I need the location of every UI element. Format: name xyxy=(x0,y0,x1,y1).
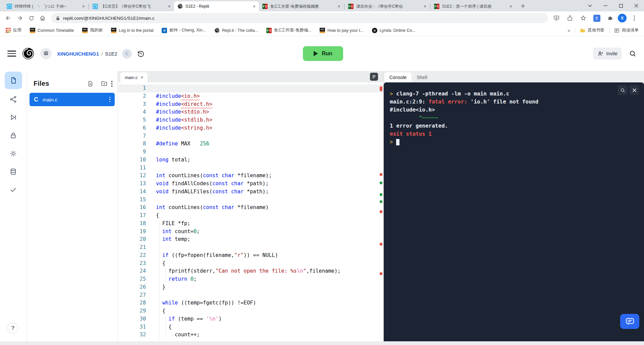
bookmarks-overflow-chevron[interactable]: » xyxy=(568,28,570,33)
code-line[interactable]: 19 int count=0; xyxy=(118,228,383,236)
maximize-button[interactable] xyxy=(613,0,629,11)
code-line[interactable]: 31 { xyxy=(118,323,383,331)
tab-close-icon[interactable]: × xyxy=(82,4,85,9)
code-line[interactable]: 29 { xyxy=(118,307,383,315)
code-line[interactable]: 28 while ((temp=fgetc(fp)) !=EOF) xyxy=(118,299,383,307)
panel-tab-shell[interactable]: Shell xyxy=(412,72,432,82)
browser-menu-kebab-icon[interactable] xyxy=(629,12,640,24)
new-tab-button[interactable] xyxy=(518,1,528,11)
code-line[interactable]: 5#include<stdlib.h> xyxy=(118,116,383,124)
bookmark-item[interactable]: UCLLog in to the portal xyxy=(111,27,154,33)
extensions-puzzle-icon[interactable] xyxy=(604,12,616,24)
other-bookmarks-folder[interactable]: 其他书签 xyxy=(580,27,604,33)
code-line[interactable]: 23 { xyxy=(118,260,383,268)
code-line[interactable]: 15 xyxy=(118,196,383,204)
tab-close-icon[interactable]: × xyxy=(338,4,340,9)
browser-tab[interactable]: 哔哩哔哩 ( ゜- ゜)つロ 干杯~× xyxy=(3,1,88,11)
code-line[interactable]: 21 xyxy=(118,244,383,252)
history-icon[interactable] xyxy=(135,48,147,59)
user-avatar[interactable] xyxy=(40,48,52,59)
code-line[interactable]: 7 xyxy=(118,132,383,140)
code-line[interactable]: 2#include<io.h> xyxy=(118,92,383,100)
bookmark-item[interactable]: FC鱼C工作室-免费编... xyxy=(266,27,311,33)
code-line[interactable]: 22 if ((fp=fopen(filename,"r")) == NULL) xyxy=(118,252,383,260)
console-layout-icon[interactable] xyxy=(370,73,378,81)
share-icon[interactable] xyxy=(564,12,576,24)
url-text[interactable]: replit.com/@XINGHUICHENG1/S1E2#main.c xyxy=(63,16,155,21)
hamburger-menu-icon[interactable] xyxy=(7,51,16,57)
tab-close-icon[interactable]: × xyxy=(253,4,256,9)
sidebar-item-version-control[interactable] xyxy=(4,90,22,108)
console-output[interactable]: > clang-7 -pthread -lm -o main main.cmai… xyxy=(384,82,644,341)
sidebar-item-files[interactable] xyxy=(5,72,22,89)
bookmark-item[interactable]: o邮件 - Cheng, Xin... xyxy=(162,27,206,33)
sidebar-item-run-config[interactable] xyxy=(4,108,22,126)
bookmark-item[interactable]: UCL我的家 xyxy=(82,27,103,33)
browser-tab[interactable]: S1E2 - Replit× xyxy=(174,1,259,11)
code-line[interactable]: 25 return 0; xyxy=(118,275,383,283)
browser-tab[interactable]: FC课后作业 - 《带你学C带你× xyxy=(345,1,430,11)
sidebar-item-checks[interactable] xyxy=(4,181,22,199)
reload-button[interactable] xyxy=(25,12,37,24)
console-search-icon[interactable] xyxy=(618,85,628,95)
address-bar[interactable]: replit.com/@XINGHUICHENG1/S1E2#main.c xyxy=(51,13,548,23)
panel-tab-console[interactable]: Console xyxy=(384,72,412,82)
browser-tab[interactable]: FCS1E2：第一个程序 | 课后测× xyxy=(431,1,516,11)
bookmark-item[interactable]: lyLynda: Online Co... xyxy=(372,27,416,33)
add-file-icon[interactable] xyxy=(87,80,94,87)
code-line[interactable]: 8#define MAX 256 xyxy=(118,140,383,148)
code-editor[interactable]: 12#include<io.h>3#include<direct.h>4#inc… xyxy=(118,82,383,341)
minimize-button[interactable] xyxy=(598,0,613,11)
tab-close-icon[interactable]: × xyxy=(509,4,512,9)
code-line[interactable]: 16int countLines(const char *filename) xyxy=(118,204,383,212)
code-line[interactable]: 24 fprintf(stderr,"Can not open the file… xyxy=(118,267,383,275)
bookmark-star-icon[interactable] xyxy=(578,12,589,24)
bookmark-item[interactable]: UCLHow to pay your t... xyxy=(320,27,364,33)
code-line[interactable]: 1 xyxy=(118,84,383,92)
code-line[interactable]: 10long total; xyxy=(118,156,383,164)
close-window-button[interactable] xyxy=(629,0,644,11)
tab-search-chevron-icon[interactable] xyxy=(582,0,598,11)
code-line[interactable]: 6#include<string.h> xyxy=(118,124,383,132)
forward-button[interactable] xyxy=(14,12,25,24)
code-line[interactable]: 11 xyxy=(118,164,383,172)
code-line[interactable]: 14void findALLFiles(const char *path); xyxy=(118,188,383,196)
file-row-main.c[interactable]: Cmain.c xyxy=(30,93,115,106)
search-icon[interactable] xyxy=(627,48,639,60)
tab-close-icon[interactable]: × xyxy=(424,4,426,9)
browser-tab[interactable]: FC鱼C工作室-免费编程视频教× xyxy=(259,1,344,11)
tab-close-icon[interactable]: × xyxy=(141,75,143,80)
code-line[interactable]: 30 if (temp == '\n') xyxy=(118,315,383,323)
back-button[interactable] xyxy=(3,12,14,24)
bookmark-item[interactable]: UCLCommon Timetable xyxy=(30,27,74,33)
sidebar-item-settings[interactable] xyxy=(4,144,22,162)
run-button[interactable]: Run xyxy=(303,46,343,61)
sidebar-item-secrets[interactable] xyxy=(4,126,22,144)
project-name[interactable]: S1E2 xyxy=(105,51,117,57)
code-line[interactable]: 18 FILE *fp; xyxy=(118,220,383,228)
help-button[interactable]: ? xyxy=(7,323,18,334)
home-button[interactable] xyxy=(37,12,48,24)
username-link[interactable]: XINGHUICHENG1 xyxy=(57,51,99,57)
files-menu-kebab-icon[interactable] xyxy=(111,81,113,87)
file-menu-kebab-icon[interactable] xyxy=(109,97,111,102)
code-line[interactable]: 3#include<direct.h> xyxy=(118,100,383,109)
code-line[interactable]: 13void findAllCodes(const char *path); xyxy=(118,180,383,188)
add-folder-icon[interactable] xyxy=(101,80,108,87)
bookmark-item[interactable]: Repl.it - The colla... xyxy=(214,27,258,33)
code-line[interactable]: 26 } xyxy=(118,283,383,291)
replit-logo[interactable] xyxy=(22,48,34,60)
invite-button[interactable]: Invite xyxy=(593,48,622,60)
tab-close-icon[interactable]: × xyxy=(168,4,171,9)
bookmark-item[interactable]: 应用 xyxy=(5,27,21,33)
translate-extension-icon[interactable]: 文 xyxy=(591,12,602,24)
browser-tab[interactable]: 【C语言】《带你学C带你飞× xyxy=(89,1,174,11)
install-icon[interactable] xyxy=(551,12,562,24)
code-line[interactable]: 9 xyxy=(118,148,383,156)
editor-tab-main-c[interactable]: main.c × xyxy=(120,72,148,82)
chat-button[interactable] xyxy=(620,314,639,329)
code-line[interactable]: 20 int temp; xyxy=(118,235,383,244)
code-line[interactable]: 27 xyxy=(118,291,383,299)
reading-list-button[interactable]: 阅读清单 xyxy=(614,27,639,33)
profile-avatar[interactable]: X xyxy=(618,14,627,22)
